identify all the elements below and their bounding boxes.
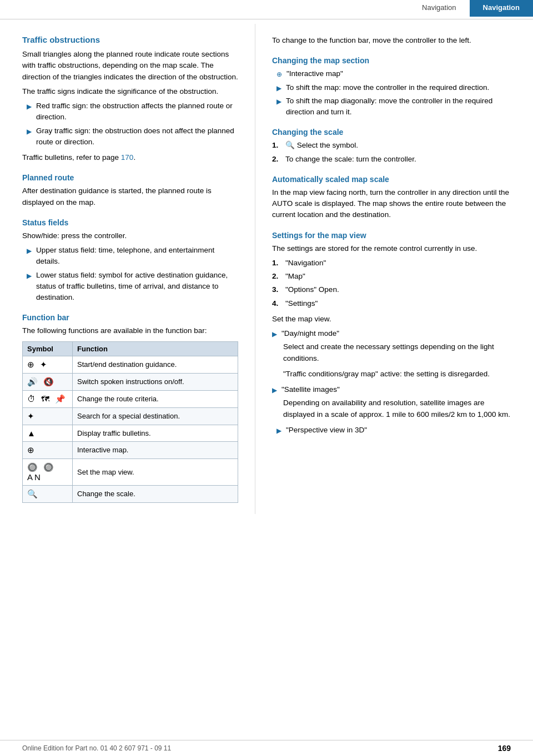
- day-night-sub0: Select and create the necessary settings…: [283, 341, 516, 364]
- traffic-bullets: ▶ Red traffic sign: the obstruction affe…: [22, 100, 238, 148]
- changing-scale-heading: Changing the scale: [272, 128, 516, 137]
- tab-navigation-inactive[interactable]: Navigation: [409, 0, 469, 17]
- table-col-function: Function: [73, 341, 238, 356]
- satellite-sub0: Depending on availability and resolution…: [283, 397, 516, 420]
- main-content: Traffic obstructions Small triangles alo…: [0, 24, 533, 536]
- list-item: ▶ "Satellite images" Depending on availa…: [272, 384, 516, 422]
- list-item: 4. "Settings": [272, 298, 516, 309]
- footer-page-number: 169: [498, 744, 511, 753]
- table-row: ⊕ ✦Start/end destination guidance.: [23, 356, 238, 373]
- right-column: To change to the function bar, move the …: [255, 24, 533, 514]
- scale-steps-list: 1. 🔍 Select the symbol. 2. To change the…: [272, 140, 516, 165]
- list-item: 3. "Options" Open.: [272, 284, 516, 295]
- list-item: 1. 🔍 Select the symbol.: [272, 140, 516, 151]
- table-cell-symbol: ⊕ ✦: [23, 356, 73, 373]
- auto-scale-heading: Automatically scaled map scale: [272, 175, 516, 184]
- page-header: Navigation Navigation: [0, 0, 533, 19]
- table-col-symbol: Symbol: [23, 341, 73, 356]
- list-item: ▶ "Perspective view in 3D": [272, 425, 516, 436]
- table-row: ▲Display traffic bulletins.: [23, 425, 238, 441]
- function-table: Symbol Function ⊕ ✦Start/end destination…: [22, 341, 238, 503]
- day-night-label: "Day/night mode": [281, 328, 339, 339]
- status-fields-para: Show/hide: press the controller.: [22, 230, 238, 241]
- tab-navigation-active[interactable]: Navigation: [470, 0, 533, 17]
- settings-para: The settings are stored for the remote c…: [272, 243, 516, 254]
- status-bullets: ▶ Upper status field: time, telephone, a…: [22, 245, 238, 303]
- table-row: ⊕Interactive map.: [23, 441, 238, 458]
- list-item: 2. To change the scale: turn the control…: [272, 154, 516, 165]
- table-cell-symbol: ⏱ 🗺 📌: [23, 390, 73, 407]
- table-row: ⏱ 🗺 📌Change the route criteria.: [23, 390, 238, 407]
- table-cell-symbol: ⊕: [23, 441, 73, 458]
- list-item: ▶ Gray traffic sign: the obstruction doe…: [22, 125, 238, 148]
- traffic-bulletins-link[interactable]: 170: [121, 153, 134, 162]
- changing-map-section-heading: Changing the map section: [272, 56, 516, 65]
- function-bar-para: The following functions are available in…: [22, 325, 238, 336]
- table-cell-function: Start/end destination guidance.: [73, 356, 238, 373]
- table-row: ✦Search for a special destination.: [23, 407, 238, 425]
- table-cell-symbol: 🔘 🔘 AN: [23, 458, 73, 485]
- table-cell-function: Interactive map.: [73, 441, 238, 458]
- settings-steps-list: 1. "Navigation" 2. "Map" 3. "Options" Op…: [272, 258, 516, 309]
- bullet-arrow-icon: ▶: [272, 385, 277, 395]
- bullet-arrow-icon: ▶: [27, 246, 32, 256]
- traffic-para1: Small triangles along the planned route …: [22, 49, 238, 83]
- table-cell-symbol: 🔍: [23, 485, 73, 502]
- table-cell-function: Search for a special destination.: [73, 407, 238, 425]
- table-cell-symbol: 🔊 🔇: [23, 373, 73, 390]
- planned-route-heading: Planned route: [22, 173, 238, 182]
- right-intro-para: To change to the function bar, move the …: [272, 35, 516, 46]
- table-cell-function: Set the map view.: [73, 458, 238, 485]
- table-cell-function: Display traffic bulletins.: [73, 425, 238, 441]
- bullet-arrow-icon: ▶: [276, 426, 281, 436]
- traffic-para2: The traffic signs indicate the significa…: [22, 86, 238, 97]
- list-item: ⊕ "Interactive map": [272, 68, 516, 79]
- table-cell-function: Change the route criteria.: [73, 390, 238, 407]
- bullet-arrow-icon: ▶: [27, 127, 32, 137]
- list-item: ▶ "Day/night mode" Select and create the…: [272, 328, 516, 382]
- bullet-arrow-icon: ▶: [272, 329, 277, 339]
- page-footer: Online Edition for Part no. 01 40 2 607 …: [0, 740, 533, 756]
- list-item: 1. "Navigation": [272, 258, 516, 269]
- auto-scale-para: In the map view facing north, turn the c…: [272, 187, 516, 221]
- table-cell-function: Switch spoken instructions on/off.: [73, 373, 238, 390]
- map-bullets: ⊕ "Interactive map" ▶ To shift the map: …: [272, 68, 516, 118]
- satellite-label: "Satellite images": [281, 384, 340, 395]
- settings-heading: Settings for the map view: [272, 231, 516, 240]
- traffic-bulletins-ref: Traffic bulletins, refer to page 170.: [22, 152, 238, 163]
- bullet-arrow-icon: ▶: [276, 83, 281, 93]
- table-cell-symbol: ✦: [23, 407, 73, 425]
- bullet-arrow-icon: ▶: [27, 271, 32, 281]
- list-item: ▶ To shift the map diagonally: move the …: [272, 95, 516, 118]
- list-item: ▶ Upper status field: time, telephone, a…: [22, 245, 238, 268]
- table-row: 🔘 🔘 ANSet the map view.: [23, 458, 238, 485]
- bullet-arrow-icon: ⊕: [276, 69, 282, 79]
- status-fields-heading: Status fields: [22, 218, 238, 227]
- traffic-obstructions-title: Traffic obstructions: [22, 35, 238, 44]
- set-map-para: Set the map view.: [272, 314, 516, 325]
- function-bar-heading: Function bar: [22, 313, 238, 322]
- bullet-arrow-icon: ▶: [27, 102, 32, 112]
- header-tabs: Navigation Navigation: [409, 0, 533, 17]
- perspective-label: "Perspective view in 3D": [286, 425, 367, 436]
- list-item: ▶ Red traffic sign: the obstruction affe…: [22, 100, 238, 123]
- list-item: 2. "Map": [272, 271, 516, 282]
- table-row: 🔍Change the scale.: [23, 485, 238, 502]
- list-item: ▶ To shift the map: move the controller …: [272, 82, 516, 93]
- day-night-sub1: "Traffic conditions/gray map" active: th…: [283, 369, 490, 380]
- footer-copyright: Online Edition for Part no. 01 40 2 607 …: [22, 744, 171, 752]
- left-column: Traffic obstructions Small triangles alo…: [0, 24, 255, 514]
- table-row: 🔊 🔇Switch spoken instructions on/off.: [23, 373, 238, 390]
- list-item: ▶ Lower status field: symbol for active …: [22, 270, 238, 304]
- settings-bullets-list: ▶ "Day/night mode" Select and create the…: [272, 328, 516, 436]
- table-cell-function: Change the scale.: [73, 485, 238, 502]
- bullet-arrow-icon: ▶: [276, 97, 281, 107]
- planned-route-para: After destination guidance is started, t…: [22, 185, 238, 208]
- table-cell-symbol: ▲: [23, 425, 73, 441]
